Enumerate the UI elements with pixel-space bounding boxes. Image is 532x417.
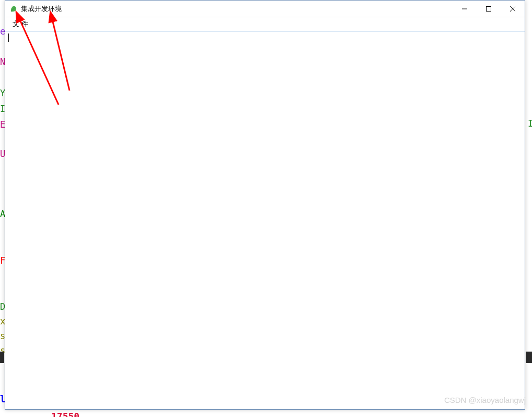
minimize-button[interactable] bbox=[453, 1, 477, 17]
bg-char: I bbox=[528, 118, 532, 129]
bg-dark-bar bbox=[526, 352, 532, 363]
title-bar[interactable]: 集成开发环境 bbox=[5, 1, 525, 17]
app-leaf-icon bbox=[9, 5, 18, 13]
window-controls bbox=[453, 1, 525, 17]
main-window: 集成开发环境 文 件 bbox=[5, 0, 525, 410]
bg-char: 17550 bbox=[51, 411, 79, 417]
menu-bar: 文 件 bbox=[5, 17, 525, 31]
minimize-icon bbox=[462, 6, 467, 12]
editor-area[interactable] bbox=[5, 31, 525, 409]
maximize-icon bbox=[486, 6, 491, 12]
text-cursor bbox=[8, 33, 9, 42]
maximize-button[interactable] bbox=[477, 1, 501, 17]
watermark-text: CSDN @xiaoyaolangwj bbox=[444, 396, 526, 404]
close-button[interactable] bbox=[501, 1, 525, 17]
menu-file[interactable]: 文 件 bbox=[8, 18, 32, 30]
close-icon bbox=[510, 6, 515, 12]
svg-rect-1 bbox=[487, 6, 491, 11]
bg-dark-bar bbox=[0, 352, 4, 363]
window-title: 集成开发环境 bbox=[21, 4, 453, 14]
